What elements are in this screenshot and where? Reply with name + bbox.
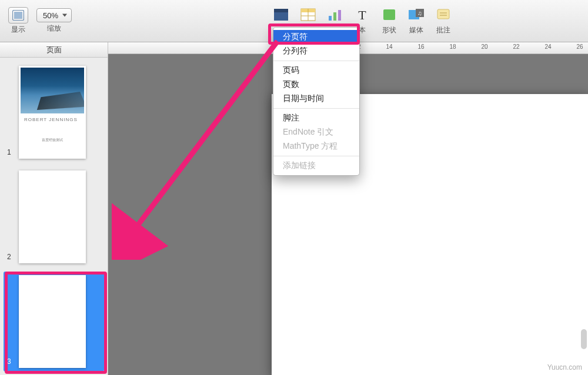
page-thumb-3[interactable]: 3	[4, 272, 104, 371]
menu-page-break[interactable]: 分页符	[273, 30, 359, 44]
menu-page-number[interactable]: 页码	[273, 63, 359, 78]
sidebar-title: 页面	[0, 42, 108, 58]
svg-rect-10	[338, 10, 341, 21]
zoom-label: 缩放	[47, 24, 61, 34]
menu-sep-3	[273, 156, 359, 156]
comment-icon	[436, 8, 451, 22]
zoom-value: 50%	[43, 11, 58, 20]
menu-endnote: EndNote 引文	[273, 125, 359, 139]
insert-menu: 分页符 分列符 页码 页数 日期与时间 脚注 EndNote 引文 MathTy…	[273, 27, 360, 176]
view-icon	[12, 10, 24, 21]
page-thumb-1[interactable]: 1 ROBERT JENNINGS 百度经验测试	[4, 62, 104, 162]
scrollbar-thumb[interactable]	[581, 329, 587, 349]
view-group: 显示	[8, 7, 28, 35]
media-tool[interactable]: ♫ 媒体	[403, 6, 430, 35]
svg-text:T: T	[358, 8, 366, 22]
pages-sidebar: 页面 1 ROBERT JENNINGS 百度经验测试 2 3	[0, 42, 108, 375]
thumbnails: 1 ROBERT JENNINGS 百度经验测试 2 3	[0, 58, 108, 375]
shape-label: 形状	[382, 25, 396, 35]
thumb-1-title: ROBERT JENNINGS	[21, 117, 78, 122]
menu-footnote[interactable]: 脚注	[273, 111, 359, 125]
svg-rect-8	[329, 16, 332, 21]
menu-date-time[interactable]: 日期与时间	[273, 92, 359, 106]
svg-rect-9	[333, 12, 336, 21]
thumb-1-subtitle: 百度经验测试	[42, 138, 63, 143]
menu-sep-2	[273, 108, 359, 109]
table-icon	[300, 8, 316, 22]
svg-rect-3	[274, 9, 288, 12]
comment-label: 批注	[436, 25, 450, 35]
shape-icon	[382, 8, 397, 22]
thumb-1-photo	[21, 68, 84, 113]
text-icon: T	[356, 8, 369, 22]
view-label: 显示	[11, 25, 25, 35]
media-label: 媒体	[409, 25, 423, 35]
layout-icon	[273, 8, 289, 22]
menu-sep-1	[273, 61, 359, 61]
menu-mathtype: MathType 方程	[273, 139, 359, 153]
page-thumb-2[interactable]: 2	[4, 167, 104, 267]
menu-column-break[interactable]: 分列符	[273, 44, 359, 58]
menu-page-count[interactable]: 页数	[273, 78, 359, 92]
watermark: Yuucn.com	[547, 363, 582, 371]
view-button[interactable]	[8, 7, 28, 24]
zoom-select[interactable]: 50%	[36, 8, 72, 22]
chart-icon	[327, 8, 343, 22]
svg-rect-12	[383, 9, 395, 20]
svg-rect-16	[437, 9, 449, 19]
svg-rect-1	[14, 12, 22, 19]
zoom-group: 50% 缩放	[36, 8, 72, 34]
menu-add-link: 添加链接	[273, 159, 359, 173]
comment-tool[interactable]: 批注	[430, 6, 457, 35]
media-icon: ♫	[407, 8, 425, 22]
shape-tool[interactable]: 形状	[376, 6, 403, 35]
svg-text:♫: ♫	[417, 10, 422, 16]
